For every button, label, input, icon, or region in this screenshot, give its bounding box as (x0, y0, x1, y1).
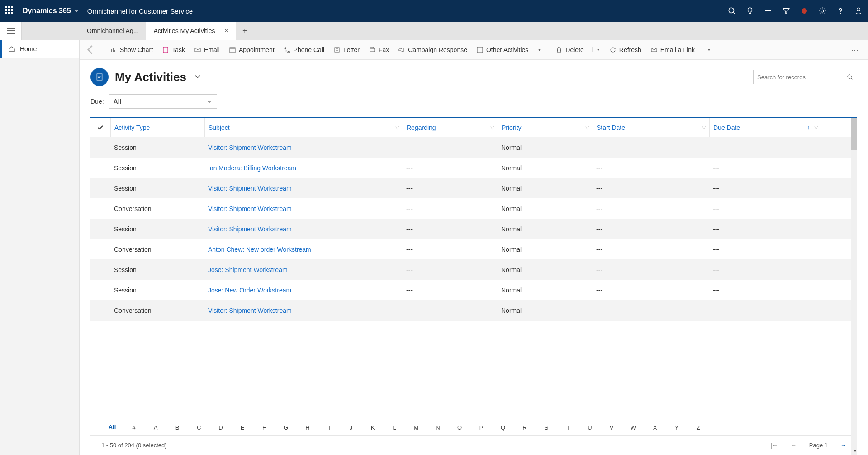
alpha-filter-all[interactable]: All (101, 424, 123, 431)
alpha-filter-i[interactable]: I (318, 424, 340, 431)
delete-button[interactable]: Delete (550, 44, 584, 55)
cell-subject-link[interactable]: Visitor: Shipment Workstream (204, 205, 403, 212)
campaign-response-button[interactable]: Campaign Response (397, 44, 468, 55)
alpha-filter-x[interactable]: X (644, 424, 666, 431)
refresh-button[interactable]: Refresh (608, 44, 642, 55)
filter-icon[interactable] (782, 7, 790, 15)
table-row[interactable]: ConversationVisitor: Shipment Workstream… (90, 300, 857, 321)
table-row[interactable]: SessionIan Madera: Billing Workstream---… (90, 158, 857, 178)
record-indicator-icon[interactable] (800, 7, 808, 15)
alpha-filter-h[interactable]: H (297, 424, 318, 431)
filter-glyph-icon[interactable]: ▽ (490, 125, 494, 130)
nav-home[interactable]: Home (0, 40, 79, 58)
email-link-button[interactable]: Email a Link (650, 44, 696, 55)
table-row[interactable]: ConversationVisitor: Shipment Workstream… (90, 198, 857, 219)
search-icon[interactable] (847, 74, 853, 80)
cell-subject-link[interactable]: Visitor: Shipment Workstream (204, 144, 403, 151)
alpha-filter-m[interactable]: M (405, 424, 427, 431)
back-button[interactable] (84, 43, 97, 56)
filter-glyph-icon[interactable]: ▽ (585, 125, 589, 130)
new-tab-button[interactable]: + (236, 22, 254, 40)
alpha-filter-a[interactable]: A (145, 424, 166, 431)
alpha-filter-n[interactable]: N (427, 424, 449, 431)
alpha-filter-s[interactable]: S (536, 424, 557, 431)
scroll-down-icon[interactable]: ▾ (854, 448, 856, 453)
select-all-checkbox[interactable] (90, 124, 110, 131)
letter-button[interactable]: Letter (332, 44, 360, 55)
cell-subject-link[interactable]: Visitor: Shipment Workstream (204, 185, 403, 192)
due-filter-select[interactable]: All (109, 94, 217, 109)
tab-omnichannel-agent[interactable]: Omnichannel Ag... (80, 22, 146, 40)
fax-button[interactable]: Fax (368, 44, 390, 55)
table-row[interactable]: SessionVisitor: Shipment Workstream---No… (90, 219, 857, 239)
alpha-filter-l[interactable]: L (384, 424, 405, 431)
cell-subject-link[interactable]: Visitor: Shipment Workstream (204, 307, 403, 314)
alpha-filter-z[interactable]: Z (688, 424, 709, 431)
alpha-filter-b[interactable]: B (166, 424, 188, 431)
email-button[interactable]: Email (193, 44, 221, 55)
alpha-filter-j[interactable]: J (340, 424, 362, 431)
hamburger-icon[interactable] (0, 22, 22, 40)
alpha-filter-#[interactable]: # (123, 424, 145, 431)
alpha-filter-o[interactable]: O (449, 424, 470, 431)
table-row[interactable]: SessionJose: New Order Workstream---Norm… (90, 280, 857, 300)
alpha-filter-f[interactable]: F (253, 424, 275, 431)
brand-chevron-icon[interactable] (74, 7, 79, 15)
first-page-button[interactable]: |← (770, 442, 778, 449)
show-chart-button[interactable]: Show Chart (104, 44, 154, 55)
alpha-filter-v[interactable]: V (601, 424, 622, 431)
cell-subject-link[interactable]: Jose: New Order Workstream (204, 287, 403, 294)
help-icon[interactable] (836, 7, 844, 15)
view-selector-dropdown[interactable] (194, 73, 201, 81)
search-input[interactable] (757, 74, 844, 81)
brand-name[interactable]: Dynamics 365 (23, 7, 71, 15)
cell-subject-link[interactable]: Jose: Shipment Workstream (204, 266, 403, 273)
email-link-dropdown[interactable]: ▾ (703, 47, 712, 52)
col-priority[interactable]: Priority▽ (498, 118, 593, 137)
col-due-date[interactable]: Due Date↑▽ (709, 118, 821, 137)
table-row[interactable]: SessionVisitor: Shipment Workstream---No… (90, 137, 857, 158)
alpha-filter-c[interactable]: C (188, 424, 210, 431)
filter-glyph-icon[interactable]: ▽ (702, 125, 706, 130)
next-page-button[interactable]: → (840, 442, 846, 449)
alpha-filter-q[interactable]: Q (492, 424, 514, 431)
alpha-filter-t[interactable]: T (557, 424, 579, 431)
alpha-filter-d[interactable]: D (210, 424, 232, 431)
alpha-filter-u[interactable]: U (579, 424, 601, 431)
cell-subject-link[interactable]: Ian Madera: Billing Workstream (204, 164, 403, 172)
tab-activities[interactable]: Activities My Activities × (146, 22, 236, 40)
record-search[interactable] (753, 70, 857, 84)
col-regarding[interactable]: Regarding▽ (403, 118, 498, 137)
other-activities-button[interactable]: Other Activities (475, 44, 529, 55)
search-icon[interactable] (728, 7, 736, 15)
app-launcher-icon[interactable] (5, 6, 14, 15)
cell-subject-link[interactable]: Visitor: Shipment Workstream (204, 225, 403, 233)
alpha-filter-k[interactable]: K (362, 424, 384, 431)
other-activities-dropdown[interactable]: ▾ (536, 47, 542, 52)
settings-gear-icon[interactable] (818, 7, 826, 15)
prev-page-button[interactable]: ← (791, 442, 797, 449)
alpha-filter-g[interactable]: G (275, 424, 297, 431)
col-start-date[interactable]: Start Date▽ (593, 118, 709, 137)
filter-glyph-icon[interactable]: ▽ (814, 125, 818, 130)
table-row[interactable]: ConversationAnton Chew: New order Workst… (90, 239, 857, 259)
overflow-menu-icon[interactable]: ⋯ (847, 45, 863, 55)
alpha-filter-e[interactable]: E (232, 424, 253, 431)
alpha-filter-r[interactable]: R (514, 424, 536, 431)
lightbulb-icon[interactable] (746, 7, 754, 15)
add-icon[interactable] (764, 7, 772, 15)
sort-asc-icon[interactable]: ↑ (807, 125, 810, 131)
alpha-filter-y[interactable]: Y (666, 424, 688, 431)
cell-subject-link[interactable]: Anton Chew: New order Workstream (204, 246, 403, 253)
col-subject[interactable]: Subject▽ (204, 118, 403, 137)
col-activity-type[interactable]: Activity Type (110, 118, 204, 137)
user-icon[interactable] (854, 7, 863, 15)
alpha-filter-p[interactable]: P (470, 424, 492, 431)
table-row[interactable]: SessionVisitor: Shipment Workstream---No… (90, 178, 857, 198)
scrollbar[interactable]: ▾ (851, 118, 857, 455)
filter-glyph-icon[interactable]: ▽ (395, 125, 399, 130)
scrollbar-thumb[interactable] (851, 118, 857, 150)
task-button[interactable]: Task (161, 44, 186, 55)
close-icon[interactable]: × (224, 27, 228, 35)
table-row[interactable]: SessionJose: Shipment Workstream---Norma… (90, 259, 857, 280)
